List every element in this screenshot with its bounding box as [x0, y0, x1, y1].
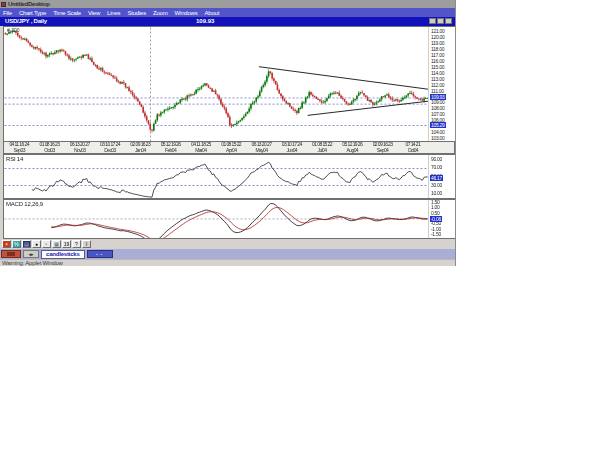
app-icon [1, 2, 6, 7]
date-axis-panel: 04 11 16 2401 08 16 2306 13 20 2703 10 1… [3, 142, 455, 154]
taskbar-red-button[interactable] [1, 250, 21, 258]
dot-draw-icon[interactable]: ● [32, 240, 41, 248]
symbol-label: USD/JPY , Daily [5, 18, 47, 24]
grid-icon[interactable]: ▦ [52, 240, 61, 248]
chart-style-icon[interactable]: ▤ [22, 240, 31, 248]
axis-tick-label: 30.00 [431, 183, 442, 188]
menu-item-view[interactable]: View [88, 9, 100, 17]
axis-value-marker: -0.06 [430, 216, 442, 222]
menu-bar: FileChart TypeTime ScaleViewLinesStudies… [0, 8, 455, 17]
date-tick-month: Nov03 [74, 148, 85, 153]
close-icon[interactable] [445, 18, 452, 24]
menu-item-zoom[interactable]: Zoom [153, 9, 168, 17]
date-tick-month: May04 [255, 148, 267, 153]
axis-value-marker: 105.29 [430, 122, 446, 128]
rsi-panel[interactable]: RSI 14 90.0070.0050.0030.0010.0046.17 [3, 154, 455, 199]
candlestick-canvas[interactable] [4, 27, 428, 141]
help-icon[interactable]: ? [72, 240, 81, 248]
date-tick-month: Mar04 [195, 148, 206, 153]
axis-tick-label: -1.50 [431, 232, 441, 237]
box-draw-icon[interactable]: ▫ [42, 240, 51, 248]
window-controls [429, 18, 452, 24]
macd-panel[interactable]: MACD 12,26,9 1.501.000.50-0.50-1.00-1.50… [3, 199, 455, 239]
menu-item-lines[interactable]: Lines [107, 9, 120, 17]
date-tick-month: Dec03 [104, 148, 115, 153]
tab-candlesticks[interactable]: candlesticks [41, 250, 85, 259]
menu-item-time-scale[interactable]: Time Scale [53, 9, 81, 17]
date-tick-month: Jun04 [286, 148, 297, 153]
app-window: UntitledDesktop FileChart TypeTime Scale… [0, 0, 456, 266]
menu-item-file[interactable]: File [3, 9, 12, 17]
status-bar: Warning: Applet Window [0, 259, 455, 266]
date-tick-month: Oct04 [408, 148, 418, 153]
axis-value-marker: 46.17 [430, 175, 443, 181]
axis-tick-label: 70.00 [431, 165, 442, 170]
price-axis: 121.00120.00119.00118.00117.00116.00115.… [428, 27, 455, 141]
separator-icon[interactable]: ‖ [82, 240, 91, 248]
rsi-canvas [4, 155, 428, 198]
applet-warning-text: Warning: Applet Window [2, 260, 63, 267]
title-bar[interactable]: UntitledDesktop [0, 0, 455, 8]
maximize-icon[interactable] [437, 18, 444, 24]
date-tick-month: Apr04 [226, 148, 236, 153]
app-logo-icon[interactable]: ✦ [2, 240, 11, 248]
minimize-icon[interactable] [429, 18, 436, 24]
last-price-label: 109.93 [196, 18, 214, 24]
date-tick-month: Jan04 [135, 148, 146, 153]
tool-bar: ✦%▤●▫▦19?‖ [0, 239, 455, 249]
price-chart-panel[interactable]: # 300 121.00120.00119.00118.00117.00116.… [3, 26, 455, 142]
menu-item-studies[interactable]: Studies [127, 9, 146, 17]
percent-icon[interactable]: % [12, 240, 21, 248]
menu-item-windows[interactable]: Windows [175, 9, 198, 17]
taskbar-blue-button[interactable]: • • [87, 250, 113, 258]
rsi-label: RSI 14 [6, 156, 23, 162]
date-tick-month: Feb04 [165, 148, 176, 153]
taskbar-scroll-button[interactable]: ◂▸ [23, 250, 39, 258]
axis-tick-label: 90.00 [431, 157, 442, 162]
macd-axis: 1.501.000.50-0.50-1.00-1.50-0.06 [428, 200, 455, 238]
rsi-axis: 90.0070.0050.0030.0010.0046.17 [428, 155, 455, 198]
macd-canvas [4, 200, 428, 238]
chart-window-header[interactable]: USD/JPY , Daily 109.93 [0, 17, 455, 26]
interval-icon[interactable]: 19 [62, 240, 71, 248]
date-tick-month: Oct03 [44, 148, 54, 153]
menu-item-chart-type[interactable]: Chart Type [19, 9, 46, 17]
axis-tick-label: 10.00 [431, 191, 442, 196]
date-tick-month: Aug04 [347, 148, 358, 153]
window-title: UntitledDesktop [8, 1, 50, 8]
date-tick-month: Sep03 [13, 148, 24, 153]
bar-count-label: # 300 [7, 28, 20, 33]
task-bar: ◂▸ candlesticks • • [0, 249, 455, 259]
macd-label: MACD 12,26,9 [6, 201, 43, 207]
date-tick-month: Jul04 [318, 148, 327, 153]
date-tick-month: Sep04 [377, 148, 388, 153]
axis-value-marker: 109.93 [430, 94, 446, 100]
menu-item-about[interactable]: About [205, 9, 220, 17]
axis-tick-label: 103.00 [431, 136, 445, 141]
